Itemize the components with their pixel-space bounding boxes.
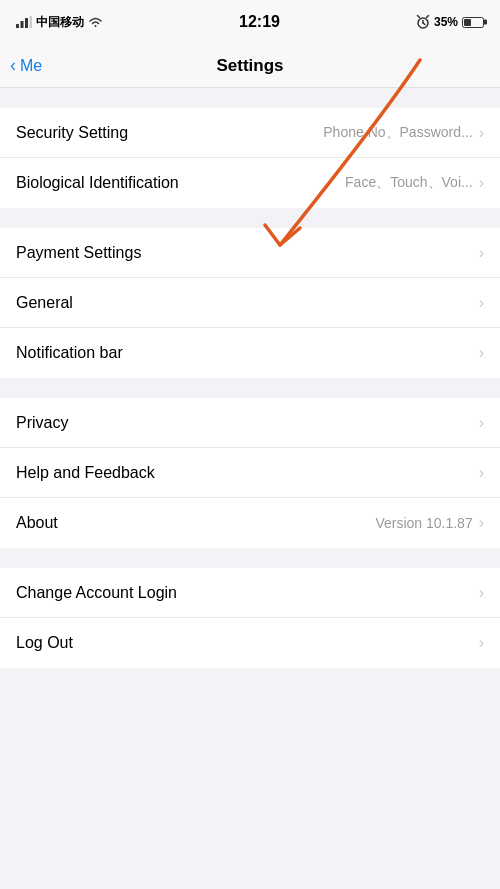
signal-icon — [16, 16, 32, 28]
battery-percent: 35% — [434, 15, 458, 29]
chevron-icon: › — [479, 514, 484, 532]
security-section: Security Setting Phone No、Password... › … — [0, 108, 500, 208]
svg-line-6 — [423, 23, 425, 25]
nav-bar: ‹ Me Settings — [0, 44, 500, 88]
chevron-icon: › — [479, 584, 484, 602]
about-label: About — [16, 514, 58, 532]
security-setting-label: Security Setting — [16, 124, 128, 142]
back-button[interactable]: ‹ Me — [10, 55, 42, 76]
security-setting-value: Phone No、Password... — [323, 124, 472, 142]
svg-rect-1 — [21, 21, 24, 28]
status-time: 12:19 — [239, 13, 280, 31]
change-account-login-row[interactable]: Change Account Login › — [0, 568, 500, 618]
alarm-icon — [416, 15, 430, 29]
payment-settings-row[interactable]: Payment Settings › — [0, 228, 500, 278]
chevron-icon: › — [479, 174, 484, 192]
payment-settings-detail: › — [479, 244, 484, 262]
chevron-icon: › — [479, 634, 484, 652]
svg-line-7 — [417, 16, 419, 18]
biological-identification-detail: Face、Touch、Voi... › — [345, 174, 484, 192]
chevron-icon: › — [479, 294, 484, 312]
svg-line-8 — [426, 16, 428, 18]
biological-identification-row[interactable]: Biological Identification Face、Touch、Voi… — [0, 158, 500, 208]
privacy-detail: › — [479, 414, 484, 432]
carrier-label: 中国移动 — [36, 14, 84, 31]
battery-icon — [462, 17, 484, 28]
svg-rect-2 — [25, 18, 28, 28]
status-right: 35% — [416, 15, 484, 29]
notification-bar-detail: › — [479, 344, 484, 362]
chevron-icon: › — [479, 344, 484, 362]
log-out-detail: › — [479, 634, 484, 652]
help-feedback-detail: › — [479, 464, 484, 482]
back-label: Me — [20, 57, 42, 75]
page-title: Settings — [216, 56, 283, 76]
wifi-icon — [88, 16, 103, 28]
security-setting-detail: Phone No、Password... › — [323, 124, 484, 142]
status-bar: 中国移动 12:19 35% — [0, 0, 500, 44]
change-account-login-label: Change Account Login — [16, 584, 177, 602]
svg-rect-0 — [16, 24, 19, 28]
svg-rect-3 — [30, 16, 33, 28]
about-version: Version 10.1.87 — [375, 515, 472, 531]
chevron-icon: › — [479, 464, 484, 482]
about-detail: Version 10.1.87 › — [375, 514, 484, 532]
biological-identification-value: Face、Touch、Voi... — [345, 174, 473, 192]
security-setting-row[interactable]: Security Setting Phone No、Password... › — [0, 108, 500, 158]
status-left: 中国移动 — [16, 14, 103, 31]
notification-bar-label: Notification bar — [16, 344, 123, 362]
general-row[interactable]: General › — [0, 278, 500, 328]
help-feedback-label: Help and Feedback — [16, 464, 155, 482]
general-section: Payment Settings › General › Notificatio… — [0, 228, 500, 378]
change-account-login-detail: › — [479, 584, 484, 602]
chevron-icon: › — [479, 414, 484, 432]
support-section: Privacy › Help and Feedback › About Vers… — [0, 398, 500, 548]
back-chevron-icon: ‹ — [10, 55, 16, 76]
chevron-icon: › — [479, 124, 484, 142]
account-section: Change Account Login › Log Out › — [0, 568, 500, 668]
chevron-icon: › — [479, 244, 484, 262]
log-out-row[interactable]: Log Out › — [0, 618, 500, 668]
log-out-label: Log Out — [16, 634, 73, 652]
payment-settings-label: Payment Settings — [16, 244, 141, 262]
general-detail: › — [479, 294, 484, 312]
general-label: General — [16, 294, 73, 312]
notification-bar-row[interactable]: Notification bar › — [0, 328, 500, 378]
privacy-label: Privacy — [16, 414, 68, 432]
privacy-row[interactable]: Privacy › — [0, 398, 500, 448]
help-feedback-row[interactable]: Help and Feedback › — [0, 448, 500, 498]
biological-identification-label: Biological Identification — [16, 174, 179, 192]
about-row[interactable]: About Version 10.1.87 › — [0, 498, 500, 548]
